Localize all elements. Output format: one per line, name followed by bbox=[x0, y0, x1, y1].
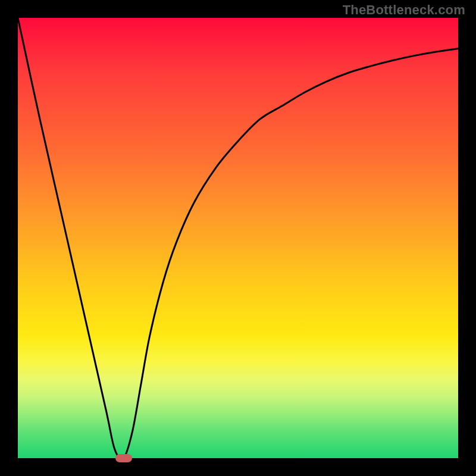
plot-area bbox=[18, 18, 458, 458]
bottleneck-curve bbox=[18, 18, 458, 458]
chart-frame: TheBottleneck.com bbox=[0, 0, 476, 476]
optimum-marker bbox=[115, 454, 132, 462]
watermark-text: TheBottleneck.com bbox=[343, 2, 465, 18]
